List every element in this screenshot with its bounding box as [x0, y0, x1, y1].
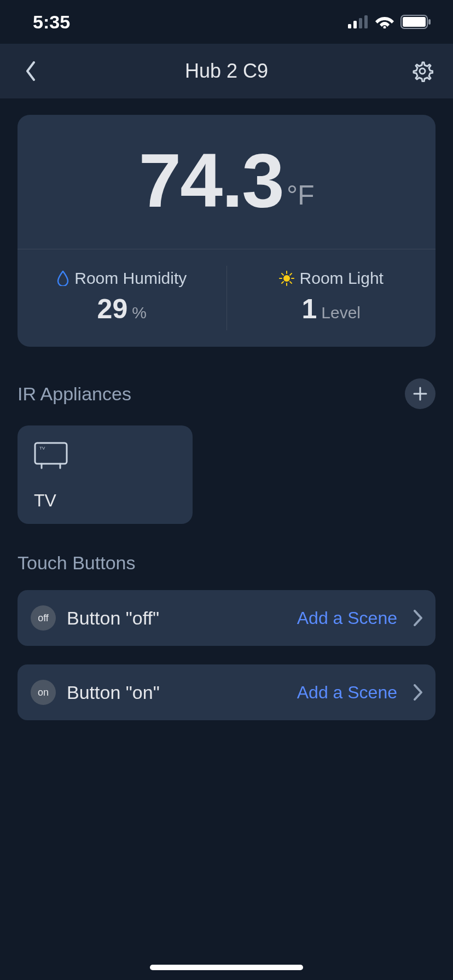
svg-text:TV: TV — [39, 446, 45, 451]
gear-icon — [411, 60, 433, 82]
svg-rect-2 — [359, 18, 362, 28]
svg-point-8 — [420, 68, 425, 74]
temperature-unit: °F — [287, 179, 315, 211]
settings-button[interactable] — [409, 58, 435, 84]
touch-label: Button "on" — [67, 682, 286, 703]
temperature-card[interactable]: 74.3 °F Room Humidity 29 % — [18, 115, 435, 347]
svg-rect-3 — [364, 15, 368, 28]
humidity-unit: % — [132, 304, 147, 322]
chevron-right-icon — [414, 610, 422, 626]
home-indicator[interactable] — [150, 965, 303, 970]
touch-label: Button "off" — [67, 608, 286, 629]
svg-line-15 — [290, 282, 292, 283]
svg-line-16 — [282, 282, 283, 283]
tv-icon: TV — [34, 442, 68, 469]
appliances-grid: TV TV — [18, 425, 435, 524]
svg-rect-0 — [348, 24, 351, 28]
temperature-metrics: Room Humidity 29 % — [18, 249, 435, 347]
wifi-icon — [375, 15, 394, 28]
add-scene-link[interactable]: Add a Scene — [297, 608, 397, 628]
light-label: Room Light — [300, 269, 384, 288]
nav-bar: Hub 2 C9 — [0, 44, 453, 98]
status-icons — [348, 15, 431, 29]
svg-line-17 — [290, 273, 292, 275]
svg-rect-6 — [403, 17, 426, 27]
appliance-tv[interactable]: TV TV — [18, 425, 193, 524]
add-scene-link[interactable]: Add a Scene — [297, 682, 397, 703]
humidity-value: 29 — [97, 293, 128, 325]
main-content: 74.3 °F Room Humidity 29 % — [0, 98, 453, 720]
light-value: 1 — [301, 293, 317, 325]
touch-badge-off: off — [31, 605, 56, 631]
temperature-value: 74.3 — [138, 142, 283, 219]
appliance-name: TV — [34, 491, 176, 511]
chevron-right-icon — [414, 684, 422, 701]
svg-rect-1 — [353, 21, 357, 28]
touch-button-off[interactable]: off Button "off" Add a Scene — [18, 590, 435, 646]
svg-rect-7 — [428, 19, 431, 25]
battery-icon — [400, 15, 431, 29]
plus-icon — [413, 387, 427, 401]
status-bar: 5:35 — [0, 0, 453, 44]
temperature-display: 74.3 °F — [18, 115, 435, 249]
touch-buttons-header: Touch Buttons — [18, 552, 435, 574]
ir-appliances-title: IR Appliances — [18, 383, 131, 405]
humidity-label: Room Humidity — [74, 269, 187, 288]
page-title: Hub 2 C9 — [0, 60, 453, 83]
humidity-section: Room Humidity 29 % — [18, 249, 226, 347]
droplet-icon — [57, 271, 69, 286]
svg-line-14 — [282, 273, 283, 275]
touch-buttons-title: Touch Buttons — [18, 552, 135, 574]
add-appliance-button[interactable] — [405, 378, 435, 409]
sun-icon — [279, 271, 294, 286]
back-button[interactable] — [18, 58, 44, 84]
touch-buttons-list: off Button "off" Add a Scene on Button "… — [18, 590, 435, 720]
status-time: 5:35 — [33, 11, 70, 33]
cellular-icon — [348, 15, 369, 28]
chevron-left-icon — [25, 61, 36, 81]
touch-badge-on: on — [31, 680, 56, 705]
ir-appliances-header: IR Appliances — [18, 378, 435, 409]
touch-button-on[interactable]: on Button "on" Add a Scene — [18, 664, 435, 720]
svg-point-9 — [283, 275, 290, 282]
light-unit: Level — [321, 304, 361, 322]
light-section: Room Light 1 Level — [227, 249, 436, 347]
svg-point-4 — [384, 26, 386, 29]
